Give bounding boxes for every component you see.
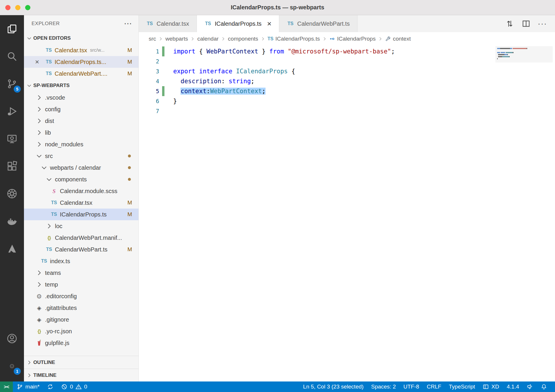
breadcrumb-item-icalendarprops[interactable]: ICalendarProps: [329, 36, 376, 42]
tree-folder-loc[interactable]: loc: [24, 220, 138, 232]
status-notifications[interactable]: [537, 381, 551, 392]
activity-settings[interactable]: ⚙1: [0, 352, 24, 380]
tab-calendar-tsx[interactable]: TSCalendar.tsx: [139, 15, 197, 32]
minimap[interactable]: [497, 48, 549, 62]
editor[interactable]: 1import { WebPartContext } from "@micros…: [139, 46, 555, 381]
breadcrumb-label: webparts: [165, 36, 188, 42]
status-feedback[interactable]: [523, 381, 537, 392]
status-git-branch[interactable]: main*: [13, 381, 44, 392]
tree-folder-webparts-calendar[interactable]: webparts / calendar: [24, 162, 138, 174]
remote-indicator[interactable]: ><: [0, 381, 13, 392]
tree-file-icalendarprops-ts[interactable]: TSICalendarProps.tsM: [24, 209, 138, 220]
tab-bar: TSCalendar.tsxTSICalendarProps.ts×TSCale…: [139, 15, 555, 32]
tree-folder-temp[interactable]: temp: [24, 279, 138, 290]
activity-explorer[interactable]: [0, 15, 24, 43]
tree-file-calendar-tsx[interactable]: TSCalendar.tsxM: [24, 197, 138, 209]
activity-docker[interactable]: [0, 207, 24, 235]
activity-search[interactable]: [0, 43, 24, 70]
views-more-actions-icon[interactable]: ⋯: [124, 20, 132, 28]
code-line-3[interactable]: 3export interface ICalendarProps {: [139, 66, 555, 76]
breadcrumb-item-icalendarprops-ts[interactable]: TSICalendarProps.ts: [268, 36, 320, 42]
tree-folder-lib[interactable]: lib: [24, 127, 138, 138]
open-editor-calendar-tsx[interactable]: TSCalendar.tsxsrc/w...M: [24, 44, 138, 56]
activity-source-control[interactable]: 5: [0, 70, 24, 98]
status-version[interactable]: 4.1.4: [503, 381, 523, 392]
status-eol[interactable]: CRLF: [423, 381, 445, 392]
tree-item-label: .yo-rc.json: [45, 328, 72, 335]
status-language-mode[interactable]: TypeScript: [445, 381, 479, 392]
tree-file-yo-rc-json[interactable]: {}.yo-rc.json: [24, 325, 138, 337]
tree-file-gulpfile-js[interactable]: gulpfile.js: [24, 337, 138, 349]
status-xd-extension[interactable]: XD: [479, 381, 503, 392]
activity-run-and-debug[interactable]: [0, 98, 24, 125]
breadcrumb-item-calendar[interactable]: calendar: [197, 36, 218, 42]
activity-kubernetes[interactable]: [0, 180, 24, 207]
chevron-right-icon: [35, 281, 43, 288]
ts-icon: TS: [45, 70, 53, 77]
tree-item-label: index.ts: [50, 258, 70, 265]
tree-file-calendarwebpart-ts[interactable]: TSCalendarWebPart.tsM: [24, 244, 138, 255]
code-line-5[interactable]: 5 context:WebPartContext;: [139, 86, 555, 96]
split-editor-icon[interactable]: [522, 19, 530, 28]
tree-folder-teams[interactable]: teams: [24, 267, 138, 279]
breadcrumb-item-webparts[interactable]: webparts: [165, 36, 188, 42]
tree-file-index-ts[interactable]: TSindex.ts: [24, 255, 138, 267]
breadcrumb-item-context[interactable]: context: [385, 36, 411, 42]
tab-icalendarprops-ts[interactable]: TSICalendarProps.ts×: [197, 15, 279, 32]
minimize-window-button[interactable]: [15, 5, 20, 10]
open-editors-header[interactable]: OPEN EDITORS: [24, 32, 138, 44]
project-header[interactable]: SP-WEBPARTS: [24, 79, 138, 92]
activity-azure[interactable]: [0, 235, 24, 262]
activity-extensions[interactable]: [0, 152, 24, 180]
breadcrumb-item-src[interactable]: src: [149, 36, 156, 42]
open-changes-icon[interactable]: [505, 19, 514, 28]
close-window-button[interactable]: [5, 5, 11, 10]
status-problems[interactable]: 00: [57, 381, 91, 392]
code-line-6[interactable]: 6}: [139, 96, 555, 106]
tree-folder-config[interactable]: config: [24, 103, 138, 115]
status-encoding[interactable]: UTF-8: [400, 381, 423, 392]
ts-icon: TS: [50, 211, 58, 218]
ts-icon: TS: [45, 58, 53, 66]
activity-accounts[interactable]: [0, 325, 24, 352]
code-line-1[interactable]: 1import { WebPartContext } from "@micros…: [139, 46, 555, 56]
status-label: 4.1.4: [507, 384, 519, 390]
tree-file-editorconfig[interactable]: ⚙.editorconfig: [24, 290, 138, 302]
tree-file-calendar-module-scss[interactable]: SCalendar.module.scss: [24, 185, 138, 197]
minimap-slider[interactable]: [495, 46, 553, 63]
zoom-window-button[interactable]: [25, 5, 30, 10]
tree-folder-components[interactable]: components: [24, 174, 138, 185]
status-indentation[interactable]: Spaces: 2: [367, 381, 400, 392]
tab-list: TSCalendar.tsxTSICalendarProps.ts×TSCale…: [139, 15, 358, 32]
code-line-7[interactable]: 7: [139, 106, 555, 116]
tree-folder-dist[interactable]: dist: [24, 115, 138, 127]
chevron-right-icon: [35, 117, 43, 125]
ts-icon: TS: [40, 257, 48, 265]
editor-area: TSCalendar.tsxTSICalendarProps.ts×TSCale…: [139, 15, 555, 381]
open-editor-icalendarprops-ts[interactable]: ×TSICalendarProps.ts...M: [24, 56, 138, 68]
code-text: description: string;: [173, 76, 254, 86]
docker-icon: [6, 216, 18, 227]
status-cursor-position[interactable]: Ln 5, Col 3 (23 selected): [299, 381, 367, 392]
close-icon[interactable]: ×: [35, 58, 45, 66]
activity-remote-explorer[interactable]: [0, 125, 24, 152]
breadcrumb-item-components[interactable]: components: [228, 36, 258, 42]
status-sync[interactable]: [43, 381, 57, 392]
tree-folder-vscode[interactable]: .vscode: [24, 92, 138, 103]
timeline-panel-header[interactable]: TIMELINE: [24, 369, 138, 381]
activity-badge: 1: [14, 368, 21, 375]
close-icon[interactable]: ×: [267, 20, 271, 27]
breadcrumb-label: ICalendarProps.ts: [275, 36, 320, 42]
more-actions-icon[interactable]: ···: [538, 19, 547, 28]
outline-panel-header[interactable]: OUTLINE: [24, 356, 138, 369]
tree-item-label: lib: [45, 129, 51, 136]
tree-folder-src[interactable]: src: [24, 150, 138, 162]
tree-file-calendarwebpart-manif[interactable]: {}CalendarWebPart.manif...: [24, 232, 138, 244]
code-line-2[interactable]: 2: [139, 56, 555, 66]
tree-file-gitignore[interactable]: ◈.gitignore: [24, 314, 138, 325]
tree-file-gitattributes[interactable]: ◈.gitattributes: [24, 302, 138, 314]
tab-calendarwebpart-ts[interactable]: TSCalendarWebPart.ts: [279, 15, 358, 32]
tree-folder-node-modules[interactable]: node_modules: [24, 138, 138, 150]
open-editor-calendarwebpart[interactable]: TSCalendarWebPart....M: [24, 68, 138, 79]
code-line-4[interactable]: 4 description: string;: [139, 76, 555, 86]
